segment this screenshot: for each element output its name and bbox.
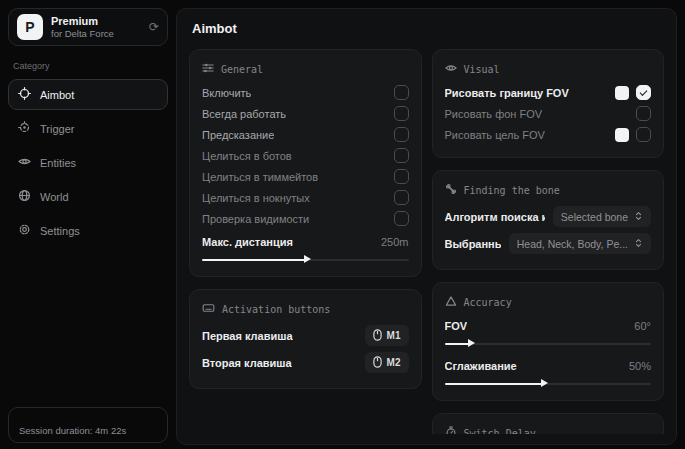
target-knocked-checkbox[interactable] [394,190,409,205]
app-window: P Premium for Delta Force ⟳ Category Aim… [0,0,685,449]
draw-fov-target-checkbox[interactable] [636,127,651,142]
setting-row: Проверка видимости [202,208,409,229]
setting-label: Рисовать фон FOV [445,108,543,120]
setting-row: Рисовать цель FOV [445,124,652,145]
sidebar-item-settings[interactable]: Settings [8,215,168,246]
keyboard-icon [202,302,215,316]
stopwatch-icon [445,426,457,434]
eye-icon [18,155,31,170]
setting-value: 250m [381,236,409,248]
gear-icon [18,223,31,238]
setting-label: Алгоритм поиска кости [445,211,545,223]
max-distance-slider[interactable] [202,255,409,264]
enable-checkbox[interactable] [394,85,409,100]
setting-label: Предсказание [202,129,274,141]
setting-label: Первая клавиша [202,330,293,342]
visibility-check-checkbox[interactable] [394,211,409,226]
setting-label: Всегда работать [202,108,286,120]
setting-row: Включить [202,82,409,103]
key-label: M1 [387,330,401,341]
section-title: Finding the bone [464,185,560,196]
unfold-icon [634,238,643,250]
sidebar-item-entities[interactable]: Entities [8,147,168,178]
slider-thumb[interactable] [304,255,311,263]
fov-slider[interactable] [445,339,652,348]
sidebar-item-world[interactable]: World [8,181,168,212]
triangle-icon [445,295,457,309]
slider-thumb[interactable] [541,379,548,387]
setting-row: Рисовать фон FOV [445,103,652,124]
prediction-checkbox[interactable] [394,127,409,142]
sidebar-item-label: Entities [40,157,76,169]
section-title: General [221,64,263,75]
brand-subtitle: for Delta Force [51,28,141,39]
sidebar-item-trigger[interactable]: Trigger [8,113,168,144]
setting-row: Макс. дистанция 250m [202,231,409,252]
section-title: Accuracy [464,297,512,308]
right-column: Visual Рисовать границу FOV Рисовать фон… [432,49,665,434]
setting-row: Выбранные кости Head, Neck, Body, Pe... [445,230,652,257]
trigger-icon [18,121,31,136]
session-duration-text: Session duration: 4m 22s [19,425,126,436]
activation-buttons-card: Activation buttons Первая клавиша M1 Вто… [189,289,422,389]
setting-label: Вторая клавиша [202,357,292,369]
setting-label: Рисовать цель FOV [445,129,545,141]
accuracy-card: Accuracy FOV 60° Сглаживание 50% [432,282,665,401]
slider-thumb[interactable] [468,339,475,347]
setting-row: Алгоритм поиска кости Selected bone [445,203,652,230]
second-key-bind-button[interactable]: M2 [365,352,409,373]
visual-card: Visual Рисовать границу FOV Рисовать фон… [432,49,665,158]
sidebar-item-label: Aimbot [40,89,74,101]
setting-label: Включить [202,87,251,99]
switch-delay-card: Switch Delay Задержка переключения Задер… [432,413,665,434]
smoothing-slider[interactable] [445,379,652,388]
finding-bone-card: Finding the bone Алгоритм поиска кости S… [432,170,665,270]
left-column: General Включить Всегда работать Предска… [189,49,422,389]
section-title: Visual [464,64,500,75]
draw-fov-border-checkbox[interactable] [636,85,651,100]
fov-target-color-swatch[interactable] [615,128,629,142]
setting-label: Сглаживание [445,360,517,372]
sync-icon[interactable]: ⟳ [149,20,159,34]
bone-search-algorithm-dropdown[interactable]: Selected bone [553,206,651,227]
globe-icon [18,189,31,204]
mouse-icon [373,356,382,370]
setting-label: Рисовать границу FOV [445,87,569,99]
setting-row: Первая клавиша M1 [202,322,409,349]
crosshair-icon [18,87,31,102]
setting-row: FOV 60° [445,315,652,336]
general-card: General Включить Всегда работать Предска… [189,49,422,277]
sidebar-item-aimbot[interactable]: Aimbot [8,79,168,110]
sidebar-item-label: Trigger [40,123,74,135]
section-title: Switch Delay [464,428,536,435]
section-title: Activation buttons [222,304,330,315]
setting-label: Целиться в ботов [202,150,292,162]
setting-label: Целиться в тиммейтов [202,171,318,183]
category-label: Category [13,61,163,71]
bone-icon [445,183,457,197]
target-bots-checkbox[interactable] [394,148,409,163]
selected-bones-dropdown[interactable]: Head, Neck, Body, Pe... [509,233,651,254]
setting-row: Вторая клавиша M2 [202,349,409,376]
target-teammates-checkbox[interactable] [394,169,409,184]
setting-row: Целиться в тиммейтов [202,166,409,187]
sidebar-item-label: Settings [40,225,80,237]
always-work-checkbox[interactable] [394,106,409,121]
setting-row: Рисовать границу FOV [445,82,652,103]
first-key-bind-button[interactable]: M1 [365,325,409,346]
brand-card: P Premium for Delta Force ⟳ [8,8,168,46]
sidebar-nav: Aimbot Trigger Entities World [8,79,168,246]
setting-label: FOV [445,320,468,332]
setting-row: Предсказание [202,124,409,145]
setting-row: Целиться в ботов [202,145,409,166]
brand-title: Premium [51,15,141,28]
fov-border-color-swatch[interactable] [615,86,629,100]
setting-label: Макс. дистанция [202,236,293,248]
setting-label: Выбранные кости [445,238,501,250]
key-label: M2 [387,357,401,368]
draw-fov-background-checkbox[interactable] [636,106,651,121]
brand-text: Premium for Delta Force [51,15,141,40]
dropdown-value: Head, Neck, Body, Pe... [517,238,628,250]
page-title: Aimbot [192,21,664,36]
unfold-icon [634,211,643,223]
